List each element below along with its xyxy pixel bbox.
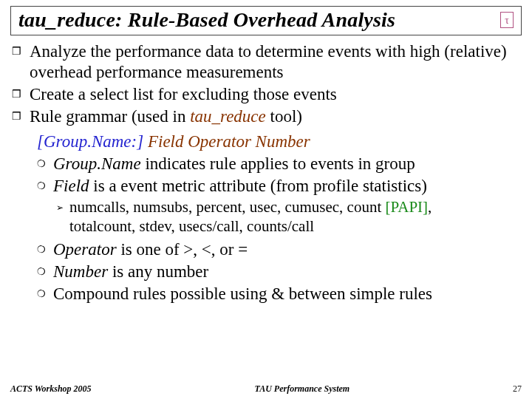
op-term: Operator (53, 240, 117, 259)
metrics-1a: numcalls, numsubs, percent, usec, cumuse… (69, 198, 385, 216)
footer-center: TAU Performance System (254, 383, 349, 395)
slide-body: ❒ Analyze the performance data to determ… (10, 41, 522, 304)
arrow-bullet-icon: ➢ (56, 198, 69, 236)
syntax-group: [Group.Name:] (37, 132, 148, 151)
square-bullet-icon: ❒ (10, 41, 30, 83)
metrics-line: ➢ numcalls, numsubs, percent, usec, cumu… (56, 198, 522, 236)
sub-1: ❍ Group.Name indicates rule applies to e… (37, 154, 522, 174)
sub-1-text: Group.Name indicates rule applies to eve… (53, 154, 415, 174)
bullet-1: ❒ Analyze the performance data to determ… (10, 41, 522, 83)
square-bullet-icon: ❒ (10, 106, 30, 127)
num-desc: is any number (108, 262, 208, 281)
bullet-1-text: Analyze the performance data to determin… (30, 41, 522, 83)
sub-op-text: Operator is one of >, <, or = (53, 239, 248, 260)
bullet-2-text: Create a select list for excluding those… (30, 84, 337, 105)
page-number: 27 (513, 383, 522, 395)
metrics-text: numcalls, numsubs, percent, usec, cumuse… (69, 198, 432, 236)
bullet-3-pre: Rule grammar (used in (30, 107, 190, 126)
circle-bullet-icon: ❍ (37, 262, 53, 282)
bullet-3: ❒ Rule grammar (used in tau_reduce tool) (10, 106, 522, 127)
syntax-line: [Group.Name:] Field Operator Number (37, 132, 522, 152)
footer: ACTS Workshop 2005 TAU Performance Syste… (0, 383, 532, 395)
sub-1-desc: indicates rule applies to events in grou… (141, 154, 415, 173)
tau-logo-icon: τ (500, 12, 514, 28)
metrics-1c: , (428, 198, 432, 216)
sub-1-term: Group.Name (53, 154, 141, 173)
syntax-rest: Field Operator Number (148, 132, 310, 151)
op-desc: is one of >, <, or = (117, 240, 248, 259)
sub-num: ❍ Number is any number (37, 262, 522, 282)
square-bullet-icon: ❒ (10, 84, 30, 105)
sub-compound: ❍ Compound rules possible using & betwee… (37, 284, 522, 304)
circle-bullet-icon: ❍ (37, 154, 53, 174)
sub-2-text: Field is a event metric attribute (from … (53, 176, 427, 197)
sub-op: ❍ Operator is one of >, <, or = (37, 239, 522, 260)
num-term: Number (53, 262, 108, 281)
sub-num-text: Number is any number (53, 262, 208, 282)
sub-2-desc: is a event metric attribute (from profil… (89, 177, 427, 195)
footer-left: ACTS Workshop 2005 (10, 383, 92, 395)
sub-2: ❍ Field is a event metric attribute (fro… (37, 176, 522, 197)
bullet-3-text: Rule grammar (used in tau_reduce tool) (30, 106, 302, 127)
bullet-2: ❒ Create a select list for excluding tho… (10, 84, 522, 105)
slide-title: tau_reduce: Rule-Based Overhead Analysis (18, 8, 395, 32)
metrics-2: totalcount, stdev, usecs/call, counts/ca… (69, 217, 432, 236)
title-box: tau_reduce: Rule-Based Overhead Analysis… (10, 6, 522, 35)
bullet-3-post: tool) (266, 107, 302, 126)
circle-bullet-icon: ❍ (37, 239, 53, 260)
metrics-papi: [PAPI] (385, 198, 428, 216)
circle-bullet-icon: ❍ (37, 284, 53, 304)
tool-name: tau_reduce (190, 107, 266, 126)
sub-2-term: Field (53, 177, 89, 195)
sub-compound-text: Compound rules possible using & between … (53, 284, 432, 304)
circle-bullet-icon: ❍ (37, 176, 53, 197)
